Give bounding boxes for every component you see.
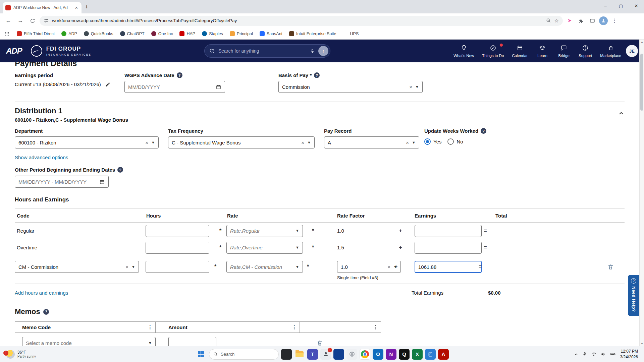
taskbar-app-acrobat[interactable]: A [438, 349, 449, 360]
rate-select[interactable]: Rate,CM - Commission▼ [226, 261, 303, 273]
bookmark-item[interactable]: One Inc [151, 31, 173, 36]
update-weeks-yes-radio[interactable] [424, 138, 431, 145]
calendar-icon[interactable] [216, 84, 221, 90]
pay-record-select[interactable]: A × ▼ [324, 136, 419, 148]
vertical-scrollbar[interactable]: ▲ ▼ [639, 40, 644, 346]
url-text[interactable]: workforcenow.adp.com/theme/admin.html#/P… [52, 18, 543, 23]
need-help-tab[interactable]: ? Need Help? [628, 275, 639, 316]
help-icon[interactable]: ? [481, 128, 486, 134]
earnings-input[interactable] [415, 242, 482, 254]
wifi-icon[interactable] [591, 352, 596, 357]
nav-learn[interactable]: Learn [536, 45, 549, 58]
rate-select[interactable]: Rate,Overtime▼ [226, 242, 303, 254]
nav-whats-new[interactable]: What's New [453, 45, 474, 58]
nav-calendar[interactable]: Calendar [512, 45, 528, 58]
bookmark-star-icon[interactable]: ☆ [554, 18, 559, 24]
nav-things-to-do[interactable]: Things to Do [482, 45, 504, 58]
other-period-date-range-input[interactable]: MM/DD/YYYY - MM/DD/YYYY [15, 176, 109, 188]
site-settings-icon[interactable] [44, 18, 49, 23]
bookmark-item[interactable]: Principal [230, 31, 253, 36]
search-submit-button[interactable]: ↑ [318, 46, 328, 56]
delete-row-trash-icon[interactable] [607, 264, 614, 270]
url-field[interactable]: workforcenow.adp.com/theme/admin.html#/P… [40, 16, 563, 26]
clear-icon[interactable]: × [145, 140, 148, 145]
microphone-icon[interactable] [583, 352, 587, 356]
scrollbar-thumb[interactable] [640, 54, 643, 111]
add-hours-earnings-link[interactable]: Add hours and earnings [15, 290, 68, 296]
back-button[interactable]: ← [3, 16, 13, 26]
browser-menu-icon[interactable]: ⋮ [610, 17, 619, 24]
tab-close-icon[interactable]: × [74, 5, 79, 10]
taskbar-app-quickbooks[interactable]: Q [399, 349, 410, 360]
edit-pencil-icon[interactable] [105, 81, 111, 87]
hours-input[interactable] [146, 242, 209, 254]
bookmark-item[interactable]: ChatGPT [120, 31, 145, 36]
help-icon[interactable]: ? [177, 72, 182, 78]
bookmark-item[interactable]: SaasAnt [260, 31, 282, 36]
calendar-icon[interactable] [99, 179, 105, 185]
scroll-down-arrow[interactable]: ▼ [640, 341, 644, 346]
window-maximize-button[interactable]: ▢ [613, 0, 629, 11]
weather-widget[interactable]: 1 36°F Partly sunny [3, 350, 36, 359]
clear-icon[interactable]: × [301, 140, 304, 145]
side-panel-icon[interactable] [588, 18, 597, 23]
adp-logo[interactable]: ADP [6, 46, 22, 56]
browser-tab[interactable]: ADP Workforce Now - Add, Ad × [3, 2, 82, 13]
clear-icon[interactable]: × [387, 264, 390, 269]
taskbar-app-onenote[interactable]: N [386, 349, 396, 360]
basis-of-pay-select[interactable]: Commission × ▼ [278, 81, 423, 93]
taskbar-app-people[interactable]: 1 [320, 349, 331, 360]
global-search-bar[interactable]: Search for anything ↑ [204, 44, 330, 58]
clear-icon[interactable]: × [409, 84, 412, 89]
bookmark-item[interactable]: Intuit Enterprise Suite [289, 31, 336, 36]
window-close-button[interactable]: ✕ [629, 0, 644, 11]
reload-button[interactable] [28, 16, 38, 26]
microphone-icon[interactable] [310, 49, 315, 54]
collapse-chevron-icon[interactable] [618, 110, 625, 117]
earning-code-select[interactable]: CM - Commission × ▼ [15, 261, 139, 273]
help-icon[interactable]: ? [117, 167, 123, 173]
bookmark-item[interactable]: Fifth Third Direct [17, 31, 55, 36]
rate-factor-select[interactable]: 1.0 × ▼ [337, 261, 401, 273]
taskbar-app-calculator[interactable] [425, 349, 436, 360]
pinned-extension-icon[interactable] [565, 18, 574, 23]
column-menu-icon[interactable]: ⋮ [289, 324, 300, 330]
taskbar-app-excel[interactable]: X [412, 349, 423, 360]
nav-marketplace[interactable]: Marketplace [600, 45, 621, 58]
bookmark-item[interactable]: ADP [61, 31, 77, 36]
bookmark-item[interactable]: Staples [202, 31, 223, 36]
rate-select[interactable]: Rate,Regular▼ [226, 225, 303, 237]
update-weeks-no-radio[interactable] [447, 138, 454, 145]
zoom-icon[interactable] [546, 18, 551, 23]
scroll-up-arrow[interactable]: ▲ [640, 40, 644, 44]
user-avatar[interactable]: JE [626, 45, 638, 57]
taskbar-app-outlook[interactable]: O [373, 349, 383, 360]
hours-input[interactable] [146, 261, 209, 273]
earnings-input-focused[interactable] [415, 261, 482, 273]
taskbar-app-navy[interactable] [333, 349, 344, 360]
delete-memo-trash-icon[interactable] [317, 340, 323, 346]
taskbar-app-dark[interactable] [281, 349, 292, 360]
nav-support[interactable]: Support [579, 45, 592, 58]
wgps-advance-date-input[interactable]: MM/DD/YYYY [124, 81, 225, 93]
taskbar-app-file-explorer[interactable] [294, 349, 305, 360]
clear-icon[interactable]: × [406, 140, 409, 145]
earnings-input[interactable] [415, 225, 482, 237]
start-button[interactable] [195, 349, 207, 360]
column-menu-icon[interactable]: ⋮ [370, 324, 381, 330]
bookmark-item[interactable]: UPS [343, 31, 359, 36]
battery-icon[interactable] [610, 351, 616, 357]
nav-bridge[interactable]: Bridge [557, 45, 571, 58]
taskbar-app-chrome[interactable] [360, 349, 370, 360]
apps-grid-icon[interactable] [4, 32, 10, 36]
browser-profile-avatar[interactable] [599, 16, 608, 25]
taskbar-app-teams[interactable]: T [307, 349, 318, 360]
tax-frequency-select[interactable]: C - Supplemental Wage Bonus × ▼ [168, 136, 315, 148]
show-advanced-options-link[interactable]: Show advanced options [15, 155, 68, 160]
bookmark-item[interactable]: HAP [179, 31, 195, 36]
volume-icon[interactable] [601, 352, 606, 357]
help-icon[interactable]: ? [43, 309, 49, 315]
tray-expand-icon[interactable] [574, 352, 578, 356]
clear-icon[interactable]: × [125, 264, 128, 269]
hours-input[interactable] [146, 225, 209, 237]
